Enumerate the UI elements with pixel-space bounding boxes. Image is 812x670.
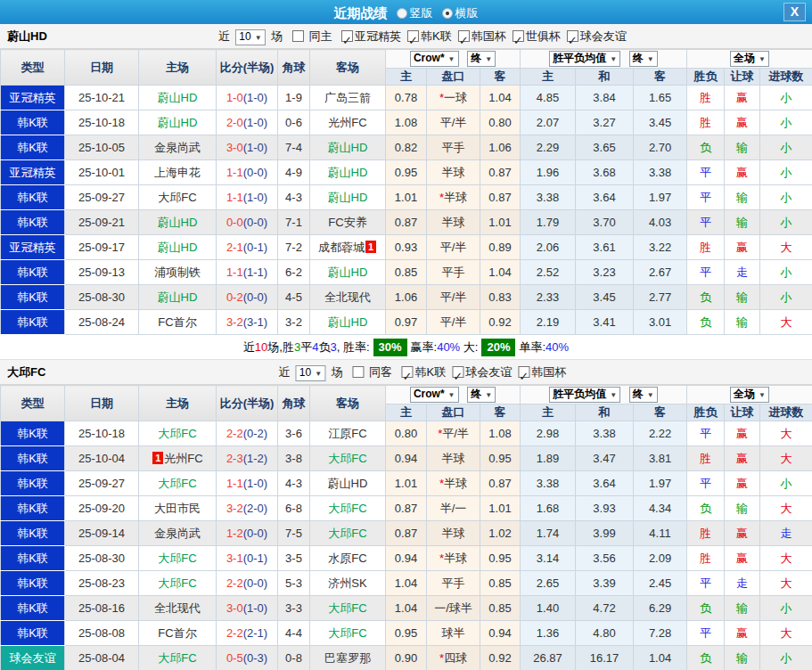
scope-select[interactable]: 全场 [730,51,769,67]
league-checkbox[interactable] [407,30,419,42]
match-count-select[interactable]: 10 [296,365,325,381]
avg-odds-select[interactable]: 胜平负均值 [549,387,620,403]
match-row: 亚冠精英25-10-21蔚山HD1-0(1-0)1-9广岛三箭0.78*一球1.… [1,86,812,110]
col-score: 比分(半场) [217,386,278,421]
final-odds-select[interactable]: 终 [467,51,496,67]
final-odds-select[interactable]: 终 [629,51,658,67]
result-wdl: 胜 [687,110,725,135]
euro-home-odds: 2.19 [521,310,576,335]
league-checkbox[interactable] [567,30,578,42]
same-venue-checkbox[interactable] [292,30,304,42]
league-checkbox-label: 韩K联 [415,365,447,379]
sub-col-handicap: 盘口 [427,69,480,86]
euro-away-odds: 6.29 [634,596,687,621]
result-handicap: 赢 [725,471,760,496]
bookmaker-select[interactable]: Crow* [410,387,459,403]
away-team: 江原FC [310,421,386,446]
league-checkbox[interactable] [402,366,414,378]
league-checkbox-label: 球会友谊 [465,365,512,379]
horizontal-layout-radio[interactable] [442,8,453,19]
result-wdl: 平 [687,210,725,235]
euro-home-odds: 1.40 [521,596,576,621]
col-away: 客场 [310,386,386,421]
euro-away-odds: 2.45 [634,571,687,596]
euro-home-odds: 2.65 [521,571,576,596]
corner-score: 3-8 [278,446,310,471]
euro-draw-odds: 3.64 [576,471,634,496]
home-team: 蔚山HD [139,235,217,260]
summary-losses: 3 [330,340,336,354]
win-rate-badge: 30% [373,339,407,356]
euro-draw-odds: 3.84 [576,86,634,110]
league-checkbox[interactable] [452,366,463,378]
match-date: 25-10-01 [65,160,139,185]
result-goals: 大 [760,421,812,446]
result-wdl: 平 [687,160,725,185]
asian-handicap: *半球 [427,185,480,210]
home-team: 大邱FC [139,185,217,210]
scope-select[interactable]: 全场 [730,387,769,403]
asian-handicap: 半球 [427,210,480,235]
summary-text: 负 [318,340,330,354]
euro-away-odds: 7.28 [634,621,687,646]
asian-away-odds: 1.01 [480,210,521,235]
euro-draw-odds: 3.70 [576,210,634,235]
match-row: 韩K联25-08-16全北现代3-0(1-0)3-3大邱FC1.04一/球半0.… [1,596,812,621]
league-checkbox-label: 世俱杯 [526,29,561,43]
match-count-select[interactable]: 10 [235,29,265,45]
league-checkbox-label: 韩国杯 [472,29,506,43]
result-handicap: 赢 [725,86,760,110]
euro-away-odds: 4.03 [634,210,687,235]
league-checkbox[interactable] [518,366,529,378]
euro-home-odds: 2.07 [521,110,576,135]
league-checkbox[interactable] [458,30,470,42]
away-team: 广岛三箭 [310,86,386,110]
sub-col-asian-away: 客 [480,69,521,86]
result-handicap: 输 [725,310,760,335]
match-row: 韩K联25-08-30蔚山HD0-2(0-0)4-5全北现代1.06平/半0.8… [1,285,812,310]
away-team: 蔚山HD [310,160,386,185]
league-type: 韩K联 [1,471,65,496]
summary-text: 平 [300,340,312,354]
home-team: 浦项制铁 [139,260,217,285]
match-date: 25-09-13 [65,260,139,285]
league-checkbox-label: 韩K联 [421,29,452,43]
home-team: 上海申花 [139,160,217,185]
euro-draw-odds: 3.39 [576,571,634,596]
vertical-layout-radio[interactable] [397,8,407,19]
asian-away-odds: 0.92 [480,646,521,670]
asian-away-odds: 0.92 [480,310,521,335]
league-filter-group: 亚冠精英韩K联韩国杯世俱杯球会友谊 [335,29,627,43]
match-date: 25-09-14 [65,521,139,546]
league-checkbox[interactable] [341,30,353,42]
league-type: 韩K联 [1,210,65,235]
match-score: 2-2(0-2) [217,421,278,446]
league-type: 韩K联 [1,621,65,646]
result-handicap: 赢 [725,160,760,185]
euro-home-odds: 1.74 [521,521,576,546]
team-section-ulsan: 蔚山HD 近 10 场 同主 亚冠精英韩K联韩国杯世俱杯球会友谊 类型 日期 主… [0,24,812,360]
match-row: 韩K联25-08-24FC首尔3-2(3-1)3-2蔚山HD0.97平/半0.9… [1,310,812,335]
final-odds-select[interactable]: 终 [629,387,658,403]
corner-score: 1-9 [278,86,310,110]
euro-draw-odds: 3.68 [576,160,634,185]
league-checkbox[interactable] [513,30,524,42]
same-venue-checkbox[interactable] [352,366,364,378]
final-odds-select[interactable]: 终 [467,387,496,403]
match-row: 韩K联25-09-27大邱FC1-1(1-0)4-3蔚山HD1.01*半球0.8… [1,471,812,496]
match-row: 韩K联25-08-30大邱FC3-1(0-1)3-5水原FC0.94*半球0.9… [1,546,812,571]
col-type: 类型 [1,386,65,421]
match-score: 1-1(1-0) [217,471,278,496]
euro-home-odds: 1.96 [521,160,576,185]
result-goals: 大 [760,235,812,260]
result-goals: 大 [760,546,812,571]
avg-odds-select[interactable]: 胜平负均值 [549,51,620,67]
match-date: 25-10-18 [65,110,139,135]
result-wdl: 平 [687,421,725,446]
asian-handicap: 半球 [427,160,480,185]
asian-away-odds: 0.87 [480,185,521,210]
result-wdl: 胜 [687,235,725,260]
close-icon[interactable]: X [783,3,806,21]
corner-score: 4-9 [278,160,310,185]
league-type: 韩K联 [1,285,65,310]
